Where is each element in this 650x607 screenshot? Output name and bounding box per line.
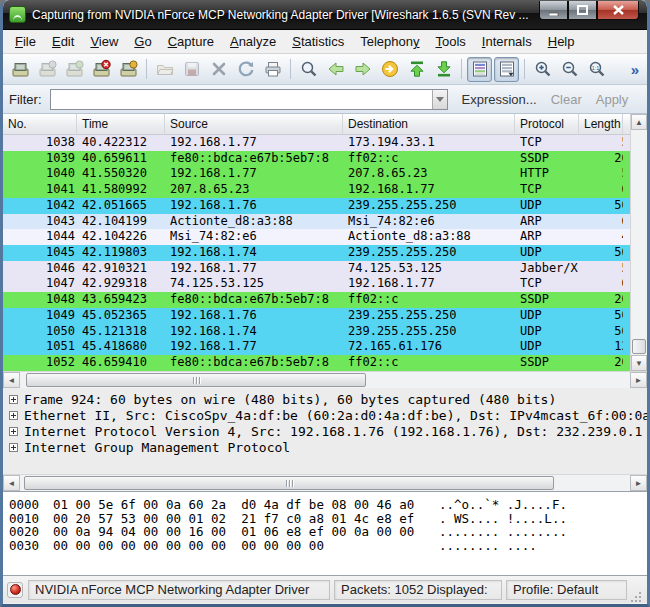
packet-row-1048[interactable]: 104843.659423fe80::bdca:e67b:5eb7:8ff02:… bbox=[3, 292, 647, 308]
zoom-100-icon[interactable]: 1:1 bbox=[584, 57, 609, 82]
expand-plus-icon[interactable] bbox=[9, 427, 18, 436]
toolbar-separator bbox=[146, 59, 147, 79]
horizontal-scroll-track[interactable] bbox=[20, 372, 630, 388]
maximize-button[interactable] bbox=[568, 1, 597, 20]
hex-row-0000[interactable]: 000001 00 5e 6f 00 0a 60 2a d0 4a df be … bbox=[9, 498, 645, 512]
cell-dst: ff02::c bbox=[343, 151, 515, 167]
cell-no: 1044 bbox=[3, 229, 77, 245]
column-header-no[interactable]: No. bbox=[3, 114, 77, 134]
go-forward-icon[interactable] bbox=[350, 57, 375, 82]
reload-icon[interactable] bbox=[233, 57, 258, 82]
go-to-packet-icon[interactable] bbox=[377, 57, 402, 82]
detail-row-1[interactable]: Ethernet II, Src: CiscoSpv_4a:df:be (60:… bbox=[7, 407, 647, 423]
scroll-right-arrow-icon[interactable]: ► bbox=[630, 475, 647, 491]
menu-statistics[interactable]: Statistics bbox=[284, 31, 352, 52]
packet-row-1042[interactable]: 104242.051665192.168.1.76239.255.255.250… bbox=[3, 198, 647, 214]
menu-telephony[interactable]: Telephony bbox=[352, 31, 427, 52]
expand-plus-icon[interactable] bbox=[9, 395, 18, 404]
filter-dropdown-icon[interactable] bbox=[432, 90, 447, 109]
cell-len: 60 bbox=[579, 214, 623, 230]
toolbar-overflow-chevron-icon[interactable]: » bbox=[631, 61, 639, 78]
filter-input[interactable] bbox=[51, 90, 432, 109]
detail-row-3[interactable]: Internet Group Management Protocol bbox=[7, 439, 647, 455]
menu-tools[interactable]: Tools bbox=[428, 31, 474, 52]
packet-row-1051[interactable]: 105145.418680192.168.1.7772.165.61.176UD… bbox=[3, 339, 647, 355]
packet-row-1044[interactable]: 104442.104226Msi_74:82:e6Actionte_d8:a3:… bbox=[3, 229, 647, 245]
vertical-scroll-track[interactable] bbox=[631, 130, 647, 355]
capture-options-icon[interactable] bbox=[35, 57, 60, 82]
column-header-dst[interactable]: Destination bbox=[343, 114, 515, 134]
go-bottom-icon[interactable] bbox=[431, 57, 456, 82]
menu-internals[interactable]: Internals bbox=[474, 31, 540, 52]
interfaces-icon[interactable] bbox=[8, 57, 33, 82]
save-file-icon[interactable] bbox=[179, 57, 204, 82]
hex-row-0010[interactable]: 001000 20 57 53 00 00 01 02 21 f7 c0 a8 … bbox=[9, 512, 645, 526]
vertical-scroll-thumb[interactable] bbox=[632, 339, 646, 354]
menu-analyze[interactable]: Analyze bbox=[222, 31, 284, 52]
capture-stop-icon[interactable] bbox=[89, 57, 114, 82]
menu-edit[interactable]: Edit bbox=[44, 31, 82, 52]
scroll-up-arrow-icon[interactable]: ▲ bbox=[631, 114, 647, 130]
hex-row-0030[interactable]: 003000 00 00 00 00 00 00 00 00 00 00 00.… bbox=[9, 539, 645, 553]
close-button[interactable] bbox=[597, 1, 639, 20]
zoom-out-icon[interactable] bbox=[557, 57, 582, 82]
packet-row-1047[interactable]: 104742.92931874.125.53.125192.168.1.77TC… bbox=[3, 276, 647, 292]
packet-list-vertical-scrollbar[interactable]: ▲ ▼ bbox=[630, 114, 647, 371]
details-horizontal-scrollbar[interactable]: ◄ ► bbox=[3, 474, 647, 491]
packet-row-1041[interactable]: 104141.580992207.8.65.23192.168.1.77TCP6… bbox=[3, 182, 647, 198]
zoom-in-icon[interactable] bbox=[530, 57, 555, 82]
menu-capture[interactable]: Capture bbox=[160, 31, 222, 52]
print-icon[interactable] bbox=[260, 57, 285, 82]
packet-row-1052[interactable]: 105246.659410fe80::bdca:e67b:5eb7:8ff02:… bbox=[3, 355, 647, 371]
packet-row-1043[interactable]: 104342.104199Actionte_d8:a3:88Msi_74:82:… bbox=[3, 214, 647, 230]
capture-restart-icon[interactable] bbox=[116, 57, 141, 82]
column-header-len[interactable]: Length bbox=[579, 114, 623, 134]
scroll-left-arrow-icon[interactable]: ◄ bbox=[3, 372, 20, 388]
clear-button[interactable]: Clear bbox=[551, 92, 582, 107]
menu-view[interactable]: View bbox=[82, 31, 126, 52]
scroll-right-arrow-icon[interactable]: ► bbox=[630, 372, 647, 388]
cell-no: 1043 bbox=[3, 214, 77, 230]
expert-info-button[interactable] bbox=[7, 582, 23, 598]
packet-row-1050[interactable]: 105045.121318192.168.1.74239.255.255.250… bbox=[3, 324, 647, 340]
detail-row-0[interactable]: Frame 924: 60 bytes on wire (480 bits), … bbox=[7, 391, 647, 407]
scroll-left-arrow-icon[interactable]: ◄ bbox=[3, 475, 20, 491]
detail-row-2[interactable]: Internet Protocol Version 4, Src: 192.16… bbox=[7, 423, 647, 439]
scroll-down-arrow-icon[interactable]: ▼ bbox=[631, 355, 647, 371]
close-file-icon[interactable] bbox=[206, 57, 231, 82]
packet-list-horizontal-scrollbar[interactable]: ◄ ► bbox=[3, 371, 647, 388]
capture-start-icon[interactable] bbox=[62, 57, 87, 82]
column-header-src[interactable]: Source bbox=[165, 114, 343, 134]
hex-row-0020[interactable]: 002000 0a 94 04 00 00 16 00 01 06 e8 ef … bbox=[9, 525, 645, 539]
menu-go[interactable]: Go bbox=[126, 31, 159, 52]
open-file-icon[interactable] bbox=[152, 57, 177, 82]
packet-bytes-pane[interactable]: 000001 00 5e 6f 00 0a 60 2a d0 4a df be … bbox=[3, 492, 647, 576]
expand-plus-icon[interactable] bbox=[9, 443, 18, 452]
menu-file[interactable]: File bbox=[7, 31, 44, 52]
packet-row-1049[interactable]: 104945.052365192.168.1.76239.255.255.250… bbox=[3, 308, 647, 324]
apply-button[interactable]: Apply bbox=[596, 92, 629, 107]
packet-row-1046[interactable]: 104642.910321192.168.1.7774.125.53.125Ja… bbox=[3, 261, 647, 277]
horizontal-scroll-thumb[interactable] bbox=[24, 476, 554, 490]
cell-no: 1052 bbox=[3, 355, 77, 371]
expression-button[interactable]: Expression... bbox=[462, 92, 537, 107]
expand-plus-icon[interactable] bbox=[9, 411, 18, 420]
column-header-time[interactable]: Time bbox=[77, 114, 165, 134]
minimize-button[interactable] bbox=[539, 1, 568, 20]
horizontal-scroll-thumb[interactable] bbox=[26, 373, 366, 387]
autoscroll-icon[interactable] bbox=[494, 57, 519, 82]
packet-row-1045[interactable]: 104542.119803192.168.1.74239.255.255.250… bbox=[3, 245, 647, 261]
find-icon[interactable] bbox=[296, 57, 321, 82]
packet-row-1038[interactable]: 103840.422312192.168.1.77173.194.33.1TCP… bbox=[3, 135, 647, 151]
go-back-icon[interactable] bbox=[323, 57, 348, 82]
packet-row-1040[interactable]: 104041.550320192.168.1.77207.8.65.23HTTP… bbox=[3, 166, 647, 182]
menu-help[interactable]: Help bbox=[540, 31, 583, 52]
cell-time: 45.052365 bbox=[77, 308, 165, 324]
window-resize-grip[interactable] bbox=[630, 590, 643, 603]
packet-row-1039[interactable]: 103940.659611fe80::bdca:e67b:5eb7:8ff02:… bbox=[3, 151, 647, 167]
cell-len: 55 bbox=[579, 166, 623, 182]
horizontal-scroll-track[interactable] bbox=[20, 475, 630, 491]
column-header-proto[interactable]: Protocol bbox=[515, 114, 579, 134]
go-top-icon[interactable] bbox=[404, 57, 429, 82]
colorize-icon[interactable] bbox=[467, 57, 492, 82]
